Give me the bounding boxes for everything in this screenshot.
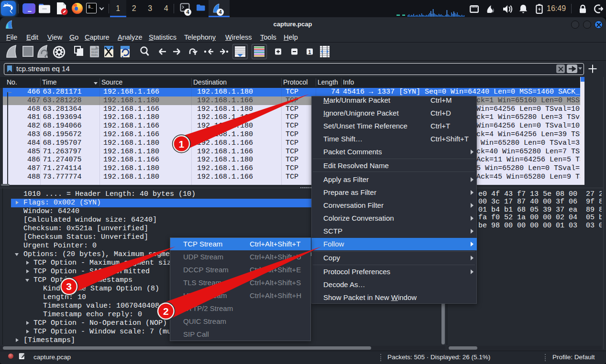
svg-text:0101: 0101 xyxy=(91,54,98,57)
svg-text:1: 1 xyxy=(309,49,311,55)
